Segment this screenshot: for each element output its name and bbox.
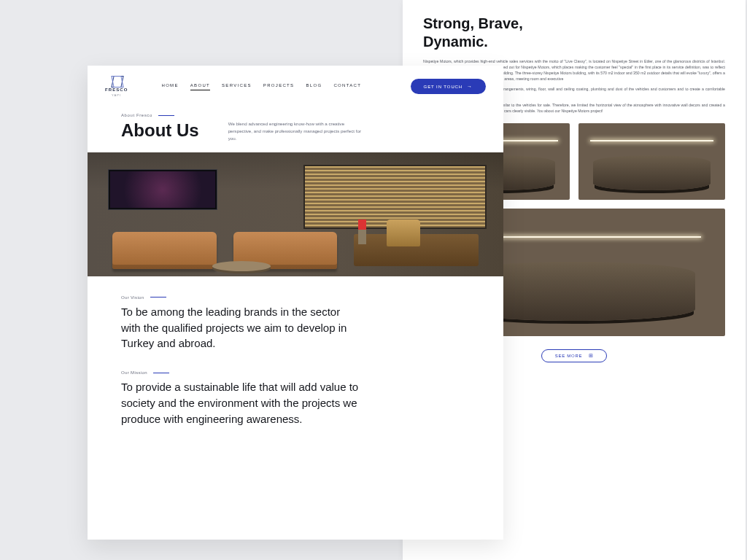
- about-heading-left: About Fresco About Us: [121, 113, 199, 142]
- primary-nav: HOME ABOUT SERVICES PROJECTS BLOG CONTAC…: [161, 83, 392, 90]
- about-hero-image: [88, 152, 503, 276]
- logo-mark-icon: [112, 76, 121, 86]
- dash-icon: [158, 115, 174, 116]
- nav-blog[interactable]: BLOG: [306, 83, 322, 90]
- about-page: FRESCO YAPI HOME ABOUT SERVICES PROJECTS…: [88, 66, 503, 540]
- dash-icon: [153, 373, 169, 373]
- nav-services[interactable]: SERVICES: [222, 83, 252, 90]
- arrow-right-icon: ⊞: [589, 353, 594, 358]
- mission-block: Our Mission To provide a sustainable lif…: [121, 370, 470, 427]
- flag: [358, 219, 366, 244]
- about-blurb: We blend advanced engineering know-how w…: [228, 120, 367, 142]
- wall-screen: [109, 170, 217, 209]
- eyebrow-text: About Fresco: [121, 113, 152, 117]
- nav-home[interactable]: HOME: [161, 83, 178, 90]
- nav-about[interactable]: ABOUT: [190, 83, 210, 90]
- vision-block: Our Vision To be among the leading brand…: [121, 295, 470, 351]
- site-header: FRESCO YAPI HOME ABOUT SERVICES PROJECTS…: [88, 66, 503, 104]
- about-hero-heading: About Fresco About Us We blend advanced …: [88, 104, 503, 149]
- mission-text: To provide a sustainable life that will …: [121, 379, 362, 427]
- gallery-image-2[interactable]: [578, 123, 725, 200]
- vision-text: To be among the leading brands in the se…: [121, 304, 362, 351]
- office-photo: [88, 152, 503, 276]
- dash-icon: [150, 297, 166, 298]
- page-title: About Us: [121, 120, 199, 141]
- nav-contact[interactable]: CONTACT: [333, 83, 361, 90]
- brand-subname: YAPI: [112, 93, 122, 97]
- brand-name: FRESCO: [105, 88, 128, 92]
- coffee-table: [212, 261, 271, 271]
- cta-label: GET IN TOUCH: [424, 85, 462, 89]
- about-eyebrow: About Fresco: [121, 113, 199, 117]
- project-title: Strong, Brave, Dynamic.: [423, 15, 725, 51]
- sofa-left: [112, 232, 217, 269]
- about-body: Our Vision To be among the leading brand…: [88, 276, 503, 446]
- vision-label: Our Vision: [121, 295, 144, 300]
- arrow-right-icon: →: [467, 84, 473, 89]
- nav-projects[interactable]: PROJECTS: [263, 83, 295, 90]
- brand-logo[interactable]: FRESCO YAPI: [105, 76, 128, 97]
- get-in-touch-button[interactable]: GET IN TOUCH →: [411, 79, 486, 94]
- mission-label-row: Our Mission: [121, 370, 470, 375]
- see-more-label: SEE MORE: [555, 354, 582, 358]
- see-more-button[interactable]: SEE MORE ⊞: [541, 349, 608, 362]
- vision-label-row: Our Vision: [121, 295, 470, 300]
- mission-label: Our Mission: [121, 370, 147, 375]
- exec-chair: [387, 219, 420, 246]
